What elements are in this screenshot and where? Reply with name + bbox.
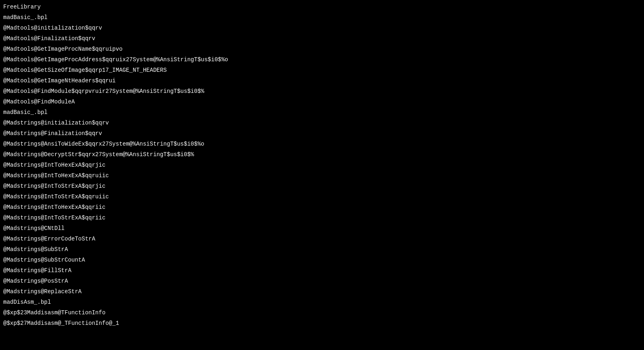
code-line: @Madstrings@DecryptStr$qqrx27System@%Ans… <box>3 149 641 160</box>
code-line: @Madstrings@IntToStrExA$qqrjic <box>3 181 641 191</box>
code-line: @Madstrings@SubStrCountA <box>3 255 641 265</box>
code-line: @Madstrings@IntToHexExA$qqriic <box>3 202 641 213</box>
code-line: @Madtools@FindModuleA <box>3 97 641 107</box>
code-line: @Madtools@GetImageProcName$qqruipvo <box>3 44 641 54</box>
code-line: @Madtools@GetSizeOfImage$qqrp17_IMAGE_NT… <box>3 65 641 75</box>
code-line: @Madstrings@FillStrA <box>3 265 641 276</box>
code-line: @Madstrings@PosStrA <box>3 276 641 286</box>
code-line: @Madstrings@AnsiToWideEx$qqrx27System@%A… <box>3 139 641 149</box>
code-line: madDisAsm_.bpl <box>3 297 641 307</box>
code-line: @Madstrings@CNtDll <box>3 223 641 234</box>
code-line: @Madstrings@IntToStrExA$qqruiic <box>3 191 641 202</box>
code-line: FreeLibrary <box>3 2 641 12</box>
code-line: @Madtools@GetImageNtHeaders$qqrui <box>3 75 641 86</box>
code-line: @Madstrings@Finalization$qqrv <box>3 128 641 139</box>
code-line: @Madstrings@IntToHexExA$qqrjic <box>3 160 641 170</box>
code-listing: FreeLibrarymadBasic_.bpl@Madtools@initia… <box>3 2 641 329</box>
code-line: @Madtools@Finalization$qqrv <box>3 33 641 44</box>
code-line: @Madstrings@initialization$qqrv <box>3 118 641 128</box>
code-line: @$xp$27Maddisasm@_TFunctionInfo@_1 <box>3 318 641 329</box>
code-line: @Madtools@FindModule$qqrpvruir27System@%… <box>3 86 641 97</box>
code-line: @Madtools@initialization$qqrv <box>3 23 641 33</box>
code-line: @Madstrings@IntToStrExA$qqriic <box>3 213 641 223</box>
code-line: @$xp$23Maddisasm@TFunctionInfo <box>3 307 641 318</box>
code-line: madBasic_.bpl <box>3 107 641 118</box>
code-line: @Madstrings@SubStrA <box>3 244 641 255</box>
code-line: @Madtools@GetImageProcAddress$qqruix27Sy… <box>3 54 641 65</box>
code-line: @Madstrings@ErrorCodeToStrA <box>3 234 641 244</box>
code-line: @Madstrings@ReplaceStrA <box>3 286 641 297</box>
code-line: madBasic_.bpl <box>3 12 641 23</box>
code-line: @Madstrings@IntToHexExA$qqruiic <box>3 170 641 181</box>
